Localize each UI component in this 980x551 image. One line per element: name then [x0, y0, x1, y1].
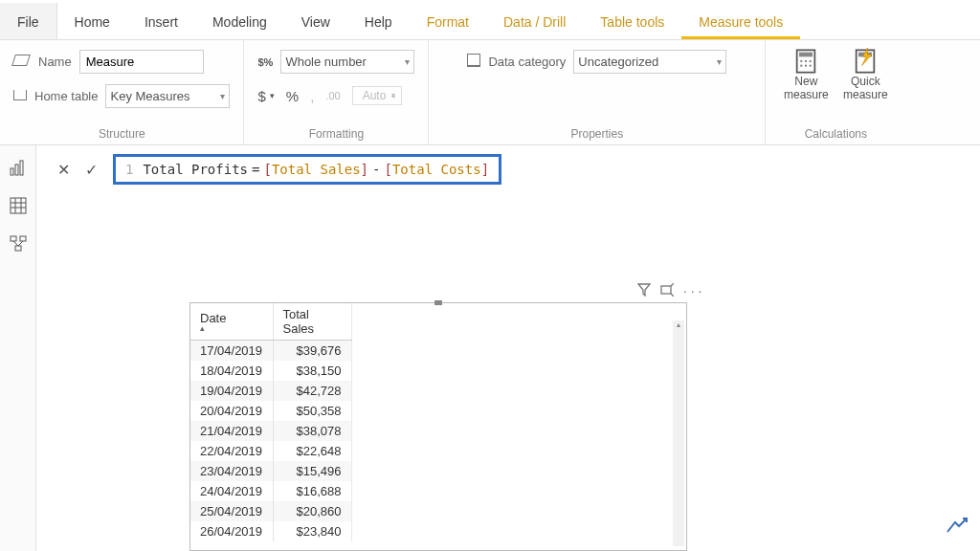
visual-header-icons: · · ·	[637, 283, 702, 299]
menu-bar: File Home Insert Modeling View Help Form…	[0, 0, 980, 40]
svg-rect-23	[661, 286, 671, 294]
cell-date: 22/04/2019	[190, 441, 273, 461]
table-row[interactable]: 18/04/2019$38,150	[190, 361, 351, 381]
dax-bracket-open: [	[263, 162, 271, 177]
percent-button[interactable]: %	[286, 88, 299, 104]
ribbon-group-calculations: New measure Quick measure Calculations	[765, 40, 905, 144]
report-view-button[interactable]	[8, 157, 29, 178]
calculations-title: Calculations	[779, 123, 892, 141]
column-header-date[interactable]: Date	[190, 303, 273, 341]
ribbon-group-formatting: Whole number $▾ % , .00 Auto Formatting	[243, 40, 428, 144]
home-table-select[interactable]: Key Measures	[105, 84, 230, 108]
cell-sales: $42,728	[273, 381, 351, 401]
svg-point-3	[805, 60, 807, 62]
measure-name-input[interactable]	[79, 50, 204, 74]
table-row[interactable]: 24/04/2019$16,688	[190, 481, 351, 501]
tab-insert[interactable]: Insert	[127, 3, 195, 39]
cell-date: 19/04/2019	[190, 381, 273, 401]
ribbon-group-structure: Name Home table Key Measures Structure	[0, 40, 243, 144]
svg-point-7	[810, 65, 812, 67]
tab-home[interactable]: Home	[57, 3, 127, 39]
tab-help[interactable]: Help	[347, 3, 410, 39]
model-view-button[interactable]	[8, 233, 29, 254]
tab-file[interactable]: File	[0, 3, 57, 39]
currency-button[interactable]: $	[257, 88, 265, 104]
formula-cancel-button[interactable]: ✕	[50, 157, 78, 183]
cell-date: 17/04/2019	[190, 341, 273, 362]
more-options-icon[interactable]: · · ·	[683, 283, 702, 299]
svg-rect-19	[20, 236, 26, 241]
svg-point-5	[800, 65, 802, 67]
table-row[interactable]: 23/04/2019$15,496	[190, 461, 351, 481]
cell-date: 20/04/2019	[190, 401, 273, 421]
decimals-button[interactable]: .00	[325, 90, 340, 101]
dax-bracket-close: ]	[361, 162, 368, 177]
home-table-label: Home table	[34, 89, 98, 103]
svg-rect-10	[11, 168, 13, 175]
svg-rect-11	[15, 165, 18, 175]
ribbon-group-properties: Data category Uncategorized Properties	[428, 40, 765, 144]
structure-title: Structure	[13, 123, 230, 141]
cell-sales: $20,860	[273, 501, 351, 521]
svg-line-21	[13, 241, 18, 246]
cell-sales: $15,496	[273, 461, 351, 481]
tab-format[interactable]: Format	[410, 3, 486, 39]
format-type-select[interactable]: Whole number	[280, 50, 414, 74]
line-number: 1	[125, 162, 133, 177]
table-row[interactable]: 21/04/2019$38,078	[190, 421, 351, 441]
svg-point-6	[805, 65, 807, 67]
formula-commit-button[interactable]: ✓	[78, 157, 105, 183]
data-category-select[interactable]: Uncategorized	[573, 50, 726, 74]
data-view-button[interactable]	[8, 195, 29, 216]
svg-rect-20	[15, 246, 21, 251]
dax-col-2: Total Costs	[392, 162, 481, 177]
tab-table-tools[interactable]: Table tools	[583, 3, 681, 39]
tab-view[interactable]: View	[284, 3, 347, 39]
decimal-places-input[interactable]: Auto	[352, 86, 403, 105]
dax-col-1: Total Sales	[272, 162, 361, 177]
cell-date: 18/04/2019	[190, 361, 273, 381]
quick-measure-button[interactable]: Quick measure	[838, 48, 892, 101]
table-scrollbar[interactable]: ▴	[673, 320, 684, 546]
cell-date: 23/04/2019	[190, 461, 273, 481]
formatting-title: Formatting	[257, 123, 414, 141]
svg-line-22	[18, 241, 23, 246]
thousands-button[interactable]: ,	[310, 88, 314, 104]
table-row[interactable]: 25/04/2019$20,860	[190, 501, 351, 521]
table-row[interactable]: 19/04/2019$42,728	[190, 381, 351, 401]
dax-minus: -	[372, 162, 380, 177]
table-row[interactable]: 22/04/2019$22,648	[190, 441, 351, 461]
quick-measure-label: Quick measure	[838, 75, 892, 101]
tab-modeling[interactable]: Modeling	[195, 3, 284, 39]
table-visual[interactable]: ▴ Date Total Sales 17/04/2019$39,67618/0…	[189, 302, 687, 551]
formula-input[interactable]: 1 Total Profits = [Total Sales] - [Total…	[113, 154, 501, 185]
properties-title: Properties	[467, 123, 726, 141]
table-row[interactable]: 26/04/2019$23,840	[190, 521, 351, 541]
cell-sales: $39,676	[273, 341, 351, 362]
calculator-icon	[792, 48, 819, 73]
cell-sales: $23,840	[273, 521, 351, 541]
table-row[interactable]: 17/04/2019$39,676	[190, 341, 351, 362]
report-canvas[interactable]: · · · ▴ Date Total Sales 17/04/2019$39,6…	[36, 191, 980, 551]
focus-mode-icon[interactable]	[660, 283, 674, 299]
home-icon	[13, 89, 27, 103]
cell-date: 24/04/2019	[190, 481, 273, 501]
table-row[interactable]: 20/04/2019$50,358	[190, 401, 351, 421]
data-category-label: Data category	[488, 55, 566, 69]
tab-measure-tools[interactable]: Measure tools	[681, 3, 800, 39]
filter-icon[interactable]	[637, 283, 651, 299]
tag-icon	[13, 55, 31, 69]
data-table: Date Total Sales 17/04/2019$39,67618/04/…	[190, 303, 352, 541]
ribbon: Name Home table Key Measures Structure W…	[0, 40, 980, 145]
column-header-sales[interactable]: Total Sales	[273, 303, 351, 341]
name-label: Name	[38, 55, 72, 69]
resize-handle-top[interactable]	[434, 300, 442, 305]
dax-bracket-close-2: ]	[481, 162, 489, 177]
new-measure-button[interactable]: New measure	[779, 48, 833, 101]
cell-sales: $50,358	[273, 401, 351, 421]
tab-data-drill[interactable]: Data / Drill	[486, 3, 583, 39]
cell-date: 26/04/2019	[190, 521, 273, 541]
svg-rect-18	[11, 236, 16, 241]
cell-sales: $38,150	[273, 361, 351, 381]
data-category-icon	[467, 54, 480, 70]
